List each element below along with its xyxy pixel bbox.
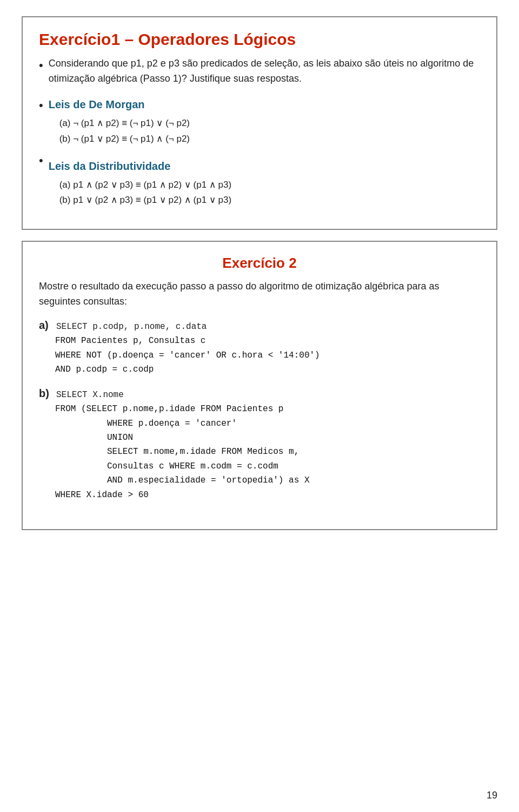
intro-bullet: • Considerando que p1, p2 e p3 são predi…	[39, 56, 480, 87]
query-a-line4: AND p.codp = c.codp	[55, 365, 154, 374]
query-a-line3: WHERE NOT (p.doença = 'cancer' OR c.hora…	[55, 351, 320, 360]
query-a-label: a)	[39, 319, 53, 332]
section-exercicio2: Exercício 2 Mostre o resultado da execuç…	[22, 241, 497, 530]
intro-text: Considerando que p1, p2 e p3 são predica…	[49, 56, 480, 87]
query-a-code: FROM Pacientes p, Consultas c WHERE NOT …	[55, 334, 480, 377]
query-a-line2: FROM Pacientes p, Consultas c	[55, 336, 205, 346]
query-b-code: FROM (SELECT p.nome,p.idade FROM Pacient…	[55, 402, 480, 502]
de-morgan-block: Leis de De Morgan (a) ¬ (p1 ∧ p2) ≡ (¬ p…	[49, 96, 190, 147]
query-a-block: a) SELECT p.codp, p.nome, c.data FROM Pa…	[39, 319, 480, 377]
law-distrib-a: (a) p1 ∧ (p2 ∨ p3) ≡ (p1 ∧ p2) ∨ (p1 ∧ p…	[59, 177, 231, 193]
law-distrib-b: (b) p1 ∨ (p2 ∧ p3) ≡ (p1 ∨ p2) ∧ (p1 ∨ p…	[59, 193, 231, 208]
law-morgan-b: (b) ¬ (p1 ∨ p2) ≡ (¬ p1) ∧ (¬ p2)	[59, 131, 190, 147]
query-a-line1-inline: SELECT p.codp, p.nome, c.data	[56, 322, 207, 332]
de-morgan-title: Leis de De Morgan	[49, 96, 190, 113]
bullet-dot-3: •	[39, 151, 43, 169]
query-b-label: b)	[39, 387, 53, 400]
distributividade-bullet: • Leis da Distributividade (a) p1 ∧ (p2 …	[39, 151, 480, 209]
query-b-line6: Consultas c WHERE m.codm = c.codm	[55, 461, 278, 471]
ex2-title: Exercício 2	[39, 255, 480, 272]
distrib-block: Leis da Distributividade (a) p1 ∧ (p2 ∨ …	[49, 151, 231, 209]
laws-container: • Leis de De Morgan (a) ¬ (p1 ∧ p2) ≡ (¬…	[39, 96, 480, 209]
query-b-line7: AND m.especialidade = 'ortopedia') as X	[55, 476, 309, 485]
ex2-intro: Mostre o resultado da execução passo a p…	[39, 279, 480, 309]
query-b-block: b) SELECT X.nome FROM (SELECT p.nome,p.i…	[39, 387, 480, 502]
page-number: 19	[487, 790, 497, 801]
ex1-title: Exercício1 – Operadores Lógicos	[39, 30, 480, 49]
bullet-dot-1: •	[39, 56, 43, 74]
query-a-row: a) SELECT p.codp, p.nome, c.data	[39, 319, 480, 332]
query-b-line2: FROM (SELECT p.nome,p.idade FROM Pacient…	[55, 404, 283, 414]
section-exercicio1: Exercício1 – Operadores Lógicos • Consid…	[22, 16, 497, 230]
query-b-line5: SELECT m.nome,m.idade FROM Medicos m,	[55, 447, 299, 457]
de-morgan-bullet: • Leis de De Morgan (a) ¬ (p1 ∧ p2) ≡ (¬…	[39, 96, 480, 147]
distrib-title: Leis da Distributividade	[49, 158, 231, 174]
query-b-row: b) SELECT X.nome	[39, 387, 480, 400]
query-b-line4: UNION	[55, 433, 133, 443]
bullet-dot-2: •	[39, 96, 43, 114]
query-b-line3: WHERE p.doença = 'cancer'	[55, 419, 237, 428]
query-b-line1-inline: SELECT X.nome	[56, 390, 124, 400]
query-b-line8: WHERE X.idade > 60	[55, 490, 149, 500]
law-morgan-a: (a) ¬ (p1 ∧ p2) ≡ (¬ p1) ∨ (¬ p2)	[59, 116, 190, 131]
